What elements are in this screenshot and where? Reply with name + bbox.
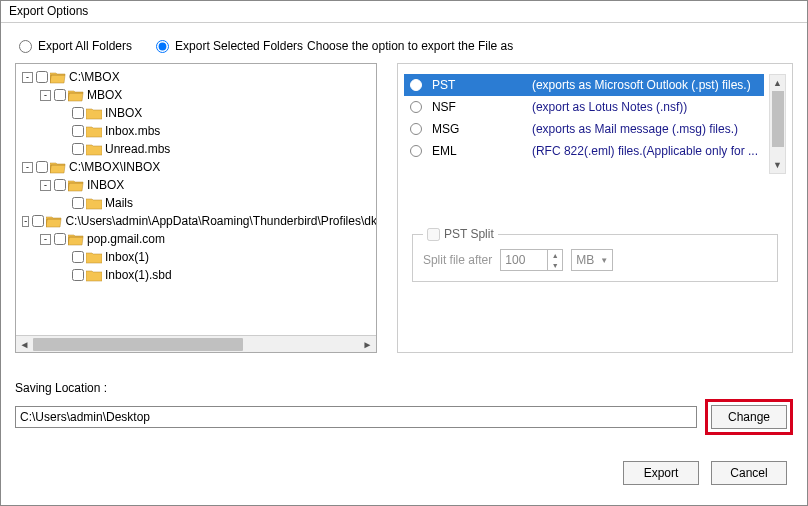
format-description: (exports as Microsoft Outlook (.pst) fil… — [532, 78, 758, 92]
format-radio[interactable] — [410, 79, 422, 91]
tree-checkbox[interactable] — [54, 89, 66, 101]
tree-item-label: Unread.mbs — [105, 140, 170, 158]
tree-checkbox[interactable] — [72, 143, 84, 155]
change-button[interactable]: Change — [711, 405, 787, 429]
split-unit-select[interactable]: MB ▼ — [571, 249, 613, 271]
tree-checkbox[interactable] — [72, 269, 84, 281]
format-option-nsf[interactable]: NSF(export as Lotus Notes (.nsf)) — [404, 96, 764, 118]
expand-toggle[interactable]: - — [40, 234, 51, 245]
choose-format-label: Choose the option to export the File as — [307, 33, 793, 63]
expand-spacer — [58, 126, 69, 137]
tree-checkbox[interactable] — [72, 197, 84, 209]
chevron-down-icon: ▼ — [600, 256, 608, 265]
format-description: (RFC 822(.eml) files.(Applicable only fo… — [532, 144, 758, 158]
pst-split-checkbox[interactable] — [427, 228, 440, 241]
scope-radio-group: Export All Folders Export Selected Folde… — [15, 33, 307, 63]
cancel-button[interactable]: Cancel — [711, 461, 787, 485]
tree-item[interactable]: -C:\Users\admin\AppData\Roaming\Thunderb… — [18, 212, 374, 230]
tree-item-label: Inbox.mbs — [105, 122, 160, 140]
tree-item[interactable]: Mails — [18, 194, 374, 212]
format-panel: PST(exports as Microsoft Outlook (.pst) … — [397, 63, 793, 353]
tree-checkbox[interactable] — [36, 71, 48, 83]
folder-icon — [68, 179, 84, 192]
expand-toggle[interactable]: - — [22, 162, 33, 173]
folder-icon — [86, 251, 102, 264]
format-radio[interactable] — [410, 145, 422, 157]
tree-item[interactable]: -C:\MBOX — [18, 68, 374, 86]
change-button-highlight: Change — [705, 399, 793, 435]
tree-item-label: C:\Users\admin\AppData\Roaming\Thunderbi… — [65, 212, 376, 230]
folder-tree[interactable]: -C:\MBOX-MBOXINBOXInbox.mbsUnread.mbs-C:… — [16, 64, 376, 332]
saving-path-input[interactable] — [15, 406, 697, 428]
export-selected-option[interactable]: Export Selected Folders — [156, 39, 303, 53]
split-size-spinner[interactable]: ▲ ▼ — [500, 249, 563, 271]
export-selected-radio[interactable] — [156, 40, 169, 53]
expand-toggle[interactable]: - — [40, 90, 51, 101]
tree-item-label: Inbox(1) — [105, 248, 149, 266]
tree-item[interactable]: -C:\MBOX\INBOX — [18, 158, 374, 176]
folder-icon — [50, 161, 66, 174]
format-option-eml[interactable]: EML(RFC 822(.eml) files.(Applicable only… — [404, 140, 764, 162]
window-title: Export Options — [1, 1, 807, 23]
pst-split-group: PST Split Split file after ▲ ▼ — [412, 234, 778, 282]
scroll-thumb[interactable] — [33, 338, 243, 351]
format-option-pst[interactable]: PST(exports as Microsoft Outlook (.pst) … — [404, 74, 764, 96]
scroll-left-icon[interactable]: ◄ — [16, 336, 33, 353]
tree-item-label: C:\MBOX — [69, 68, 120, 86]
folder-icon — [86, 197, 102, 210]
tree-checkbox[interactable] — [72, 251, 84, 263]
tree-horizontal-scrollbar[interactable]: ◄ ► — [16, 335, 376, 352]
format-vertical-scrollbar[interactable]: ▲ ▼ — [769, 74, 786, 174]
format-name: EML — [432, 144, 522, 158]
tree-item[interactable]: Inbox.mbs — [18, 122, 374, 140]
tree-checkbox[interactable] — [36, 161, 48, 173]
tree-checkbox[interactable] — [72, 107, 84, 119]
export-all-option[interactable]: Export All Folders — [19, 39, 132, 53]
tree-item[interactable]: Inbox(1) — [18, 248, 374, 266]
format-radio[interactable] — [410, 123, 422, 135]
tree-item[interactable]: Inbox(1).sbd — [18, 266, 374, 284]
export-all-radio[interactable] — [19, 40, 32, 53]
export-options-window: Export Options Export All Folders Export… — [0, 0, 808, 506]
folder-icon — [86, 143, 102, 156]
split-after-label: Split file after — [423, 253, 492, 267]
tree-item-label: INBOX — [105, 104, 142, 122]
tree-item[interactable]: -INBOX — [18, 176, 374, 194]
scroll-thumb[interactable] — [772, 91, 784, 147]
tree-item[interactable]: Unread.mbs — [18, 140, 374, 158]
saving-location-label: Saving Location : — [15, 381, 793, 395]
folder-icon — [68, 233, 84, 246]
export-selected-label: Export Selected Folders — [175, 39, 303, 53]
spinner-up-icon[interactable]: ▲ — [548, 250, 562, 260]
folder-icon — [86, 125, 102, 138]
tree-item[interactable]: INBOX — [18, 104, 374, 122]
format-radio[interactable] — [410, 101, 422, 113]
scroll-up-icon[interactable]: ▲ — [770, 75, 785, 91]
folder-icon — [46, 215, 62, 228]
tree-checkbox[interactable] — [54, 179, 66, 191]
format-option-msg[interactable]: MSG(exports as Mail message (.msg) files… — [404, 118, 764, 140]
tree-item[interactable]: -pop.gmail.com — [18, 230, 374, 248]
tree-item[interactable]: -MBOX — [18, 86, 374, 104]
format-name: PST — [432, 78, 522, 92]
pst-split-legend: PST Split — [444, 227, 494, 241]
folder-icon — [86, 107, 102, 120]
scroll-down-icon[interactable]: ▼ — [770, 157, 785, 173]
tree-item-label: INBOX — [87, 176, 124, 194]
scroll-right-icon[interactable]: ► — [359, 336, 376, 353]
split-size-input[interactable] — [501, 250, 547, 270]
expand-toggle[interactable]: - — [40, 180, 51, 191]
tree-item-label: Mails — [105, 194, 133, 212]
expand-toggle[interactable]: - — [22, 72, 33, 83]
tree-checkbox[interactable] — [54, 233, 66, 245]
format-description: (exports as Mail message (.msg) files.) — [532, 122, 758, 136]
tree-checkbox[interactable] — [72, 125, 84, 137]
export-all-label: Export All Folders — [38, 39, 132, 53]
spinner-down-icon[interactable]: ▼ — [548, 260, 562, 270]
tree-item-label: MBOX — [87, 86, 122, 104]
tree-checkbox[interactable] — [32, 215, 44, 227]
folder-tree-panel: -C:\MBOX-MBOXINBOXInbox.mbsUnread.mbs-C:… — [15, 63, 377, 353]
split-unit-label: MB — [576, 253, 594, 267]
expand-toggle[interactable]: - — [22, 216, 29, 227]
export-button[interactable]: Export — [623, 461, 699, 485]
